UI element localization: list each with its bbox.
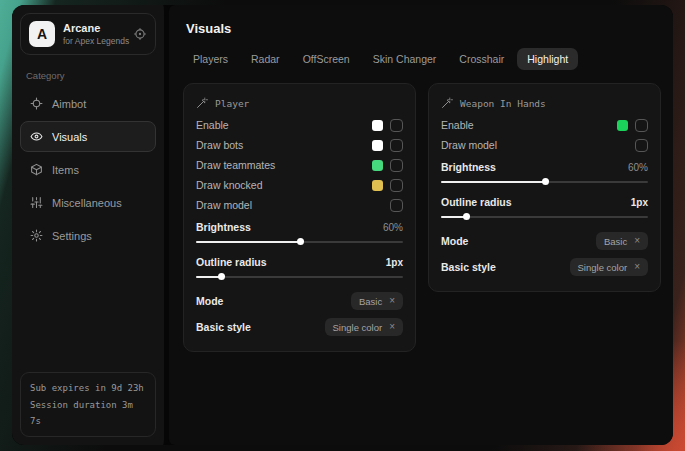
checkbox[interactable] <box>390 159 403 172</box>
slider-row-brightness: Brightness60% <box>196 218 403 248</box>
subscription-info: Sub expires in 9d 23h Session duration 3… <box>20 372 156 437</box>
slider-track-bg <box>196 276 403 278</box>
panel-title-label: Player <box>215 98 249 109</box>
color-swatch[interactable] <box>617 120 628 131</box>
tag-row-mode: ModeBasic× <box>441 228 648 254</box>
tab-offscreen[interactable]: OffScreen <box>293 48 360 70</box>
tag-row-label: Mode <box>196 295 223 307</box>
slider-value: 60% <box>383 222 403 233</box>
checkbox[interactable] <box>635 119 648 132</box>
sidebar-item-aimbot[interactable]: Aimbot <box>20 88 156 119</box>
tag-label: Basic <box>604 236 627 247</box>
sliders-icon <box>30 196 43 209</box>
brand-text: Arcane for Apex Legends <box>63 22 125 46</box>
setting-controls <box>372 119 403 132</box>
slider-knob[interactable] <box>463 213 470 220</box>
main-content: Visuals PlayersRadarOffScreenSkin Change… <box>169 5 673 445</box>
sidebar-item-visuals[interactable]: Visuals <box>20 121 156 152</box>
slider-track[interactable] <box>196 237 403 248</box>
color-swatch[interactable] <box>372 120 383 131</box>
panel-title: Weapon In Hands <box>441 97 648 109</box>
slider-head: Outline radius1px <box>441 193 648 211</box>
panel-title-label: Weapon In Hands <box>460 98 546 109</box>
setting-row-draw-bots: Draw bots <box>196 135 403 155</box>
app-logo: A <box>29 21 55 47</box>
setting-label: Draw model <box>441 139 497 151</box>
selected-option-tag[interactable]: Single color× <box>325 318 403 336</box>
panels-container: PlayerEnableDraw botsDraw teammatesDraw … <box>183 83 661 352</box>
color-swatch[interactable] <box>372 140 383 151</box>
app-window: A Arcane for Apex Legends Category Aimbo… <box>12 5 673 445</box>
sidebar-item-miscellaneous[interactable]: Miscellaneous <box>20 187 156 218</box>
setting-controls <box>617 119 648 132</box>
slider-fill <box>441 181 545 183</box>
slider-track[interactable] <box>441 177 648 188</box>
slider-track[interactable] <box>441 212 648 223</box>
checkbox[interactable] <box>390 179 403 192</box>
checkbox[interactable] <box>390 199 403 212</box>
tab-highlight[interactable]: Highlight <box>517 48 578 70</box>
setting-controls <box>372 139 403 152</box>
color-swatch[interactable] <box>372 160 383 171</box>
setting-controls <box>372 179 403 192</box>
selected-option-tag[interactable]: Single color× <box>570 258 648 276</box>
setting-controls <box>390 199 403 212</box>
tag-remove-icon[interactable]: × <box>389 322 395 332</box>
tag-remove-icon[interactable]: × <box>389 296 395 306</box>
setting-label: Draw teammates <box>196 159 275 171</box>
wand-icon <box>196 97 208 109</box>
tab-bar: PlayersRadarOffScreenSkin ChangerCrossha… <box>183 48 661 70</box>
tag-label: Single color <box>333 322 383 333</box>
slider-fill <box>196 241 300 243</box>
cube-icon <box>30 163 43 176</box>
slider-knob[interactable] <box>542 178 549 185</box>
setting-row-enable: Enable <box>196 115 403 135</box>
session-duration-text: Session duration 3m 7s <box>30 397 146 429</box>
selected-option-tag[interactable]: Basic× <box>351 292 403 310</box>
tag-label: Single color <box>578 262 628 273</box>
sidebar-item-settings[interactable]: Settings <box>20 220 156 251</box>
tab-skin-changer[interactable]: Skin Changer <box>363 48 447 70</box>
tab-players[interactable]: Players <box>183 48 238 70</box>
sidebar-item-label: Settings <box>52 230 92 242</box>
eye-icon <box>30 130 43 143</box>
tab-radar[interactable]: Radar <box>241 48 290 70</box>
setting-row-enable: Enable <box>441 115 648 135</box>
setting-controls <box>372 159 403 172</box>
sidebar: A Arcane for Apex Legends Category Aimbo… <box>12 5 169 445</box>
checkbox[interactable] <box>390 119 403 132</box>
checkbox[interactable] <box>635 139 648 152</box>
checkbox[interactable] <box>390 139 403 152</box>
slider-knob[interactable] <box>297 238 304 245</box>
slider-label: Brightness <box>441 161 496 173</box>
slider-value: 1px <box>386 257 403 268</box>
slider-value: 60% <box>628 162 648 173</box>
sidebar-item-label: Miscellaneous <box>52 197 122 209</box>
tag-remove-icon[interactable]: × <box>634 236 640 246</box>
slider-label: Brightness <box>196 221 251 233</box>
page-title: Visuals <box>186 21 661 36</box>
slider-track[interactable] <box>196 272 403 283</box>
setting-row-draw-knocked: Draw knocked <box>196 175 403 195</box>
slider-value: 1px <box>631 197 648 208</box>
tag-remove-icon[interactable]: × <box>634 262 640 272</box>
slider-head: Brightness60% <box>196 218 403 236</box>
panel-player: PlayerEnableDraw botsDraw teammatesDraw … <box>183 83 416 352</box>
app-subtitle: for Apex Legends <box>63 36 125 46</box>
crosshair-icon <box>30 97 43 110</box>
tag-row-basic-style: Basic styleSingle color× <box>196 314 403 340</box>
setting-row-draw-model: Draw model <box>196 195 403 215</box>
wand-icon <box>441 97 453 109</box>
setting-label: Draw bots <box>196 139 243 151</box>
color-swatch[interactable] <box>372 180 383 191</box>
tab-crosshair[interactable]: Crosshair <box>449 48 514 70</box>
selected-option-tag[interactable]: Basic× <box>596 232 648 250</box>
sidebar-item-label: Visuals <box>52 131 87 143</box>
slider-track-bg <box>441 216 648 218</box>
sidebar-item-items[interactable]: Items <box>20 154 156 185</box>
sidebar-item-label: Items <box>52 164 79 176</box>
slider-knob[interactable] <box>218 273 225 280</box>
slider-label: Outline radius <box>196 256 267 268</box>
target-icon[interactable] <box>133 27 147 41</box>
brand-card: A Arcane for Apex Legends <box>20 13 156 55</box>
